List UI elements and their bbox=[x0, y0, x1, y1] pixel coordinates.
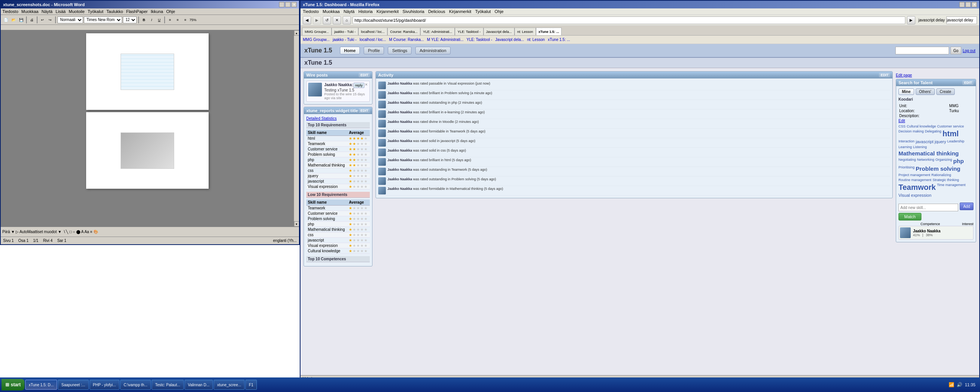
talent-match-btn[interactable]: Match bbox=[898, 213, 921, 220]
talent-tag-item[interactable]: Time management bbox=[937, 183, 965, 192]
talent-others-btn[interactable]: Others' bbox=[916, 88, 935, 95]
taskbar-btn-valinnan[interactable]: Valinnan D... bbox=[185, 380, 213, 390]
talent-create-btn[interactable]: Create bbox=[936, 88, 955, 95]
reports-edit[interactable]: EDIT bbox=[359, 108, 370, 113]
ff-bm-course[interactable]: M Course: Ranska... bbox=[389, 38, 424, 42]
ff-go-btn[interactable]: ▶ bbox=[907, 16, 915, 24]
ff-tab-mmg[interactable]: MMG Groupw... bbox=[302, 28, 332, 35]
taskbar-btn-xtune[interactable]: xTune 1.5: D... bbox=[25, 380, 57, 390]
ff-search-input[interactable] bbox=[946, 16, 977, 24]
talent-tag-item[interactable]: CSS bbox=[898, 124, 906, 128]
align-left-btn[interactable]: ≡ bbox=[167, 16, 173, 23]
undo-btn[interactable]: ↩ bbox=[39, 16, 46, 23]
talent-tag-item[interactable]: Teamwork bbox=[898, 183, 936, 192]
print-btn[interactable]: 🖨 bbox=[28, 16, 35, 23]
talent-tag-item[interactable]: Decision making bbox=[898, 129, 924, 138]
ff-bm-jaakko[interactable]: jaakko - Tuki - bbox=[333, 38, 356, 42]
ff-tab-lesson[interactable]: nt: Lesson bbox=[514, 28, 536, 35]
style-select[interactable]: Normaali bbox=[57, 16, 83, 23]
talent-tag-item[interactable]: php bbox=[953, 158, 964, 164]
ff-bm-yle-task[interactable]: YLE: Tasktool - bbox=[467, 38, 492, 42]
ff-bm-xtune[interactable]: xTune 1.5: ... bbox=[548, 38, 570, 42]
font-select[interactable]: Times New Roman bbox=[84, 16, 122, 23]
taskbar-btn-vampp[interactable]: C:\vampp th... bbox=[120, 380, 151, 390]
zoom-btn[interactable]: 75% bbox=[189, 16, 196, 23]
size-select[interactable]: 12 bbox=[123, 16, 137, 23]
talent-tag-item[interactable]: Negotiating bbox=[898, 158, 916, 164]
wire-reply-btn[interactable]: reply bbox=[353, 83, 365, 88]
redo-btn[interactable]: ↪ bbox=[47, 16, 54, 23]
ff-tab-localhost[interactable]: localhost / loc... bbox=[358, 28, 387, 35]
new-btn[interactable]: 📄 bbox=[2, 16, 9, 23]
scroll-up-btn[interactable]: ▲ bbox=[294, 30, 299, 36]
talent-tag-item[interactable]: Visual expression bbox=[898, 193, 931, 198]
ff-menu-historia[interactable]: Historia bbox=[358, 9, 372, 14]
ff-menu-kirjanmerkit[interactable]: Kirjanmerkit bbox=[376, 9, 399, 14]
ff-menu-sivuhistoria[interactable]: Sivuhistoria bbox=[403, 9, 425, 14]
ff-tab-js[interactable]: Javascript dela... bbox=[483, 28, 515, 35]
start-button[interactable]: ⊞ start bbox=[2, 379, 24, 390]
open-btn[interactable]: 📂 bbox=[10, 16, 17, 23]
automaattiset-muodot[interactable]: ▷ AutoMaattiset muodot ▼ bbox=[16, 230, 62, 234]
ff-bm-mmg[interactable]: MMG Groupw... bbox=[303, 38, 330, 42]
ff-bm-yle-adm[interactable]: M YLE: Administrati... bbox=[427, 38, 463, 42]
talent-skill-input[interactable] bbox=[898, 204, 958, 211]
word-minimize-btn[interactable]: _ bbox=[279, 2, 284, 7]
taskbar-btn-php[interactable]: PHP - ylofyi... bbox=[90, 380, 119, 390]
xtune-search-go[interactable]: Go bbox=[951, 47, 961, 54]
taskbar-btn-xtune-screen[interactable]: xtune_scree... bbox=[214, 380, 245, 390]
ff-menu-tyokalut[interactable]: Työkalut bbox=[475, 9, 491, 14]
talent-tag-item[interactable]: Networking bbox=[917, 158, 934, 164]
talent-tag-item[interactable]: Prioritising bbox=[898, 165, 915, 172]
word-maximize-btn[interactable]: □ bbox=[285, 2, 291, 7]
ff-tab-jaakko[interactable]: jaakko - Tuki - bbox=[332, 28, 358, 35]
ff-tab-yle-adm[interactable]: YLE: Administrati... bbox=[420, 28, 455, 35]
ff-back-btn[interactable]: ◀ bbox=[303, 16, 311, 24]
taskbar-btn-f1[interactable]: F1 bbox=[245, 380, 257, 390]
talent-tag-item[interactable]: Interaction bbox=[898, 139, 915, 144]
word-menu-ohje[interactable]: Ohje bbox=[166, 9, 175, 14]
draw-menu[interactable]: Piirä ▼ bbox=[2, 230, 15, 234]
word-menu-tiedosto[interactable]: Tiedosto bbox=[2, 9, 18, 14]
align-center-btn[interactable]: ≡ bbox=[174, 16, 181, 23]
talent-tag-item[interactable]: javascript bbox=[916, 139, 933, 144]
talent-tag-item[interactable]: Strategic thinking bbox=[933, 178, 959, 182]
detailed-stats-link[interactable]: Detailed Statistics bbox=[306, 116, 370, 121]
talent-tag-item[interactable]: Rationalizing bbox=[931, 173, 951, 177]
ff-bm-local[interactable]: localhost / loc... bbox=[359, 38, 386, 42]
ff-menu-kirjanmerkit2[interactable]: Kirjanmerkit bbox=[449, 9, 471, 14]
xtune-nav-settings[interactable]: Settings bbox=[388, 47, 412, 54]
ff-menu-tiedosto[interactable]: Tiedosto bbox=[303, 9, 319, 14]
ff-bm-lesson[interactable]: nt: Lesson bbox=[527, 38, 545, 42]
wire-posts-edit[interactable]: EDIT bbox=[359, 73, 370, 77]
talent-tag-item[interactable]: jquery bbox=[935, 139, 946, 144]
talent-tag-item[interactable]: Cultural knowledge bbox=[907, 124, 936, 128]
talent-tag-item[interactable]: Delegating bbox=[925, 129, 941, 138]
word-menu-flashpaper[interactable]: FlashPaper bbox=[126, 9, 147, 14]
talent-tag-item[interactable]: Problem solving bbox=[916, 165, 960, 172]
ff-menu-ohje[interactable]: Ohje bbox=[495, 9, 503, 14]
ff-bm-js[interactable]: Javascript dela... bbox=[495, 38, 524, 42]
activity-edit[interactable]: EDIT bbox=[879, 73, 890, 77]
taskbar-btn-testc[interactable]: Testc: Palaut... bbox=[152, 380, 184, 390]
ff-close-btn[interactable]: ✕ bbox=[972, 2, 977, 7]
talent-tag-item[interactable]: Project management bbox=[898, 173, 930, 177]
ff-max-btn[interactable]: □ bbox=[965, 2, 971, 7]
word-menu-ikkuna[interactable]: Ikkuna bbox=[151, 9, 163, 14]
word-scrollbar-v[interactable]: ▲ ▼ bbox=[294, 30, 299, 227]
talent-edit-link[interactable]: Edit bbox=[898, 119, 905, 123]
bold-btn[interactable]: B bbox=[140, 16, 147, 23]
ff-min-btn[interactable]: _ bbox=[959, 2, 965, 7]
word-menu-taulukko[interactable]: Taulukko bbox=[106, 9, 123, 14]
word-menu-muokkaa[interactable]: Muokkaa bbox=[21, 9, 39, 14]
xtune-nav-profile[interactable]: Profile bbox=[364, 47, 384, 54]
talent-edit[interactable]: EDIT bbox=[962, 80, 973, 85]
italic-btn[interactable]: I bbox=[148, 16, 155, 23]
scroll-down-btn[interactable]: ▼ bbox=[294, 221, 299, 227]
word-close-btn[interactable]: ✕ bbox=[291, 2, 297, 7]
ff-menu-muokkaa[interactable]: Muokkaa bbox=[323, 9, 340, 14]
taskbar-btn-saapuneet[interactable]: Saapuneet :... bbox=[58, 380, 88, 390]
talent-add-btn[interactable]: Add bbox=[960, 203, 973, 210]
xtune-logout-link[interactable]: Log out bbox=[963, 49, 975, 53]
ff-address-input[interactable]: http://localhost/xtune15/pg/dashboard/ bbox=[353, 16, 905, 24]
